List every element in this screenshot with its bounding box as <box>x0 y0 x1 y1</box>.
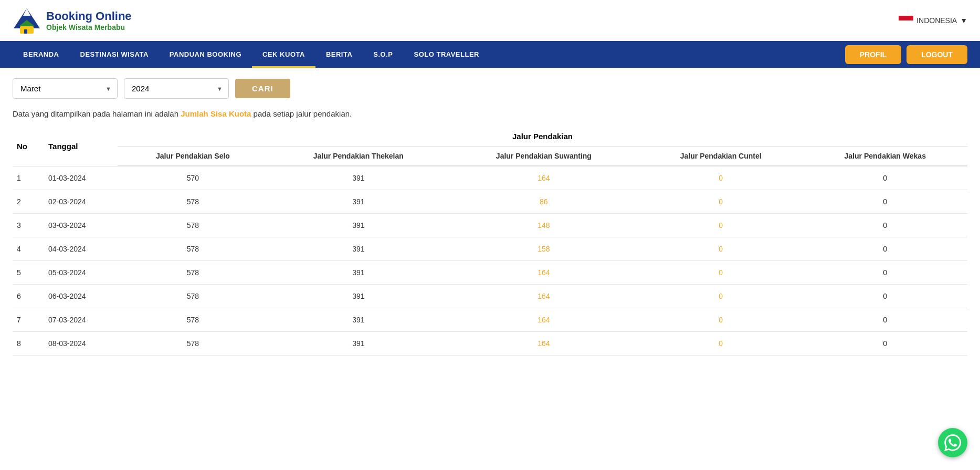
month-select[interactable]: Januari Februari Maret April Mei Juni Ju… <box>13 78 118 99</box>
cell-no: 5 <box>13 261 44 285</box>
cell-selo: 578 <box>118 332 268 356</box>
cell-cuntel: 0 <box>639 261 803 285</box>
lang-label: INDONESIA <box>916 16 957 25</box>
cell-tanggal: 05-03-2024 <box>44 261 118 285</box>
quota-table: No Tanggal Jalur Pendakian Jalur Pendaki… <box>13 127 967 356</box>
cell-wekas: 0 <box>803 214 967 237</box>
cell-selo: 578 <box>118 190 268 214</box>
cell-selo: 570 <box>118 166 268 190</box>
profil-button[interactable]: PROFIL <box>845 45 901 64</box>
col-tanggal: Tanggal <box>44 127 118 166</box>
table-row: 7 07-03-2024 578 391 164 0 0 <box>13 308 967 332</box>
cell-suwanting: 148 <box>449 214 639 237</box>
nav-berita[interactable]: BERITA <box>315 41 363 68</box>
cell-no: 4 <box>13 237 44 261</box>
language-selector[interactable]: INDONESIA ▼ <box>899 16 967 25</box>
nav-items: BERANDA DESTINASI WISATA PANDUAN BOOKING… <box>13 41 835 68</box>
col-jalur-pendakian: Jalur Pendakian <box>118 127 967 147</box>
cell-thekelan: 391 <box>268 261 449 285</box>
col-thekelan: Jalur Pendakian Thekelan <box>268 147 449 166</box>
cell-cuntel: 0 <box>639 166 803 190</box>
cell-wekas: 0 <box>803 308 967 332</box>
cell-thekelan: 391 <box>268 308 449 332</box>
table-row: 5 05-03-2024 578 391 164 0 0 <box>13 261 967 285</box>
nav-destinasi[interactable]: DESTINASI WISATA <box>70 41 159 68</box>
nav-sop[interactable]: S.O.P <box>363 41 403 68</box>
cell-thekelan: 391 <box>268 190 449 214</box>
flag-icon <box>899 16 913 25</box>
col-no: No <box>13 127 44 166</box>
cell-tanggal: 06-03-2024 <box>44 285 118 308</box>
cell-wekas: 0 <box>803 237 967 261</box>
cell-suwanting: 164 <box>449 261 639 285</box>
cell-selo: 578 <box>118 285 268 308</box>
info-highlight: Jumlah Sisa Kuota <box>181 109 251 118</box>
info-text-after: pada setiap jalur pendakian. <box>251 109 352 118</box>
table-row: 2 02-03-2024 578 391 86 0 0 <box>13 190 967 214</box>
cell-suwanting: 86 <box>449 190 639 214</box>
table-row: 4 04-03-2024 578 391 158 0 0 <box>13 237 967 261</box>
cell-tanggal: 02-03-2024 <box>44 190 118 214</box>
cell-thekelan: 391 <box>268 332 449 356</box>
table-container: No Tanggal Jalur Pendakian Jalur Pendaki… <box>0 127 980 356</box>
cell-suwanting: 164 <box>449 285 639 308</box>
cari-button[interactable]: CARI <box>235 79 290 98</box>
cell-wekas: 0 <box>803 166 967 190</box>
cell-cuntel: 0 <box>639 214 803 237</box>
nav-panduan[interactable]: PANDUAN BOOKING <box>159 41 252 68</box>
table-subheader: Jalur Pendakian Selo Jalur Pendakian The… <box>13 147 967 166</box>
month-select-wrapper: Januari Februari Maret April Mei Juni Ju… <box>13 78 118 99</box>
logout-button[interactable]: LOGOUT <box>907 45 967 64</box>
logo-title: Booking Online <box>46 9 132 23</box>
nav-cek-kuota[interactable]: CEK KUOTA <box>252 41 315 68</box>
col-suwanting: Jalur Pendakian Suwanting <box>449 147 639 166</box>
cell-tanggal: 01-03-2024 <box>44 166 118 190</box>
svg-rect-6 <box>899 20 913 25</box>
logo-area: Booking Online Objek Wisata Merbabu <box>13 6 132 35</box>
cell-cuntel: 0 <box>639 285 803 308</box>
cell-selo: 578 <box>118 261 268 285</box>
table-body: 1 01-03-2024 570 391 164 0 0 2 02-03-202… <box>13 166 967 356</box>
header: Booking Online Objek Wisata Merbabu INDO… <box>0 0 980 41</box>
year-select-wrapper: 2022 2023 2024 2025 <box>124 78 229 99</box>
filter-area: Januari Februari Maret April Mei Juni Ju… <box>0 68 980 104</box>
logo-icon <box>13 6 41 35</box>
cell-cuntel: 0 <box>639 190 803 214</box>
nav-solo-traveller[interactable]: SOLO TRAVELLER <box>404 41 490 68</box>
svg-marker-1 <box>23 8 30 16</box>
table-row: 3 03-03-2024 578 391 148 0 0 <box>13 214 967 237</box>
cell-thekelan: 391 <box>268 166 449 190</box>
cell-wekas: 0 <box>803 190 967 214</box>
cell-suwanting: 164 <box>449 166 639 190</box>
svg-rect-4 <box>24 29 27 34</box>
nav-beranda[interactable]: BERANDA <box>13 41 70 68</box>
cell-wekas: 0 <box>803 285 967 308</box>
cell-cuntel: 0 <box>639 332 803 356</box>
cell-no: 6 <box>13 285 44 308</box>
cell-suwanting: 158 <box>449 237 639 261</box>
cell-suwanting: 164 <box>449 308 639 332</box>
cell-no: 3 <box>13 214 44 237</box>
table-row: 8 08-03-2024 578 391 164 0 0 <box>13 332 967 356</box>
cell-suwanting: 164 <box>449 332 639 356</box>
cell-no: 7 <box>13 308 44 332</box>
cell-wekas: 0 <box>803 261 967 285</box>
cell-no: 2 <box>13 190 44 214</box>
col-cuntel: Jalur Pendakian Cuntel <box>639 147 803 166</box>
cell-no: 1 <box>13 166 44 190</box>
logo-text: Booking Online Objek Wisata Merbabu <box>46 9 132 32</box>
cell-cuntel: 0 <box>639 308 803 332</box>
year-select[interactable]: 2022 2023 2024 2025 <box>124 78 229 99</box>
table-row: 1 01-03-2024 570 391 164 0 0 <box>13 166 967 190</box>
cell-tanggal: 03-03-2024 <box>44 214 118 237</box>
info-text: Data yang ditampilkan pada halaman ini a… <box>0 104 980 127</box>
cell-selo: 578 <box>118 237 268 261</box>
col-wekas: Jalur Pendakian Wekas <box>803 147 967 166</box>
col-selo: Jalur Pendakian Selo <box>118 147 268 166</box>
cell-cuntel: 0 <box>639 237 803 261</box>
info-text-before: Data yang ditampilkan pada halaman ini a… <box>13 109 181 118</box>
cell-tanggal: 08-03-2024 <box>44 332 118 356</box>
cell-tanggal: 04-03-2024 <box>44 237 118 261</box>
cell-wekas: 0 <box>803 332 967 356</box>
svg-rect-5 <box>899 16 913 20</box>
